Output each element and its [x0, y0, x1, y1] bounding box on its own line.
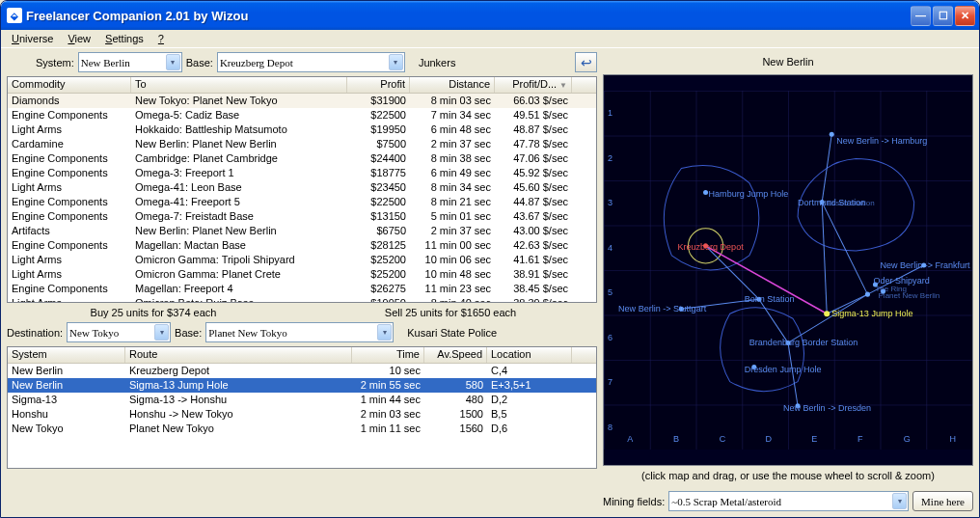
menu-view[interactable]: View	[61, 32, 97, 45]
chevron-down-icon: ▾	[892, 493, 907, 509]
svg-text:Essen Station: Essen Station	[827, 199, 875, 207]
col-to[interactable]: To	[131, 77, 347, 93]
back-button[interactable]: ↩	[575, 52, 597, 72]
table-row[interactable]: Engine ComponentsMagellan: Mactan Base$2…	[8, 238, 596, 253]
svg-point-23	[824, 311, 830, 316]
table-body[interactable]: New BerlinKreuzberg Depot10 secC,4New Be…	[8, 364, 596, 468]
dest-base-select[interactable]: Planet New Tokyo▾	[205, 322, 394, 342]
sort-desc-icon: ▼	[559, 81, 567, 90]
mine-here-button[interactable]: Mine here	[912, 491, 973, 511]
col-location[interactable]: Location	[487, 347, 572, 363]
table-header: System Route Time Av.Speed Location	[8, 347, 596, 364]
svg-text:3: 3	[608, 198, 612, 207]
table-row[interactable]: New BerlinKreuzberg Depot10 secC,4	[8, 364, 596, 378]
titlebar[interactable]: ⬙ Freelancer Companion 2.01 by Wizou — ☐…	[1, 1, 979, 30]
svg-text:H: H	[949, 434, 956, 444]
svg-text:New Berlin -> Stuttgart: New Berlin -> Stuttgart	[618, 304, 707, 314]
svg-text:G: G	[904, 434, 911, 444]
base-select[interactable]: Kreuzberg Depot▾	[217, 52, 405, 72]
dest-faction-label: Kusari State Police	[407, 327, 497, 339]
system-label: System:	[7, 57, 74, 68]
col-time[interactable]: Time	[352, 347, 424, 363]
col-distance[interactable]: Distance	[410, 77, 495, 93]
table-row[interactable]: Engine ComponentsCambridge: Planet Cambr…	[8, 151, 596, 166]
svg-text:New Berlin -> Hamburg: New Berlin -> Hamburg	[836, 136, 927, 146]
menubar: Universe View Settings ?	[1, 30, 979, 48]
sell-info: Sell 25 units for $1650 each	[304, 307, 597, 318]
svg-text:Kreuzberg Depot: Kreuzberg Depot	[677, 242, 744, 252]
svg-point-17	[865, 292, 870, 297]
table-row[interactable]: Engine ComponentsOmega-7: Freistadt Base…	[8, 209, 596, 224]
table-row[interactable]: Sigma-13Sigma-13 -> Honshu1 min 44 sec48…	[8, 393, 596, 407]
svg-text:4: 4	[608, 243, 612, 253]
table-body[interactable]: DiamondsNew Tokyo: Planet New Tokyo$3190…	[8, 94, 596, 302]
chevron-down-icon: ▾	[377, 324, 392, 341]
svg-text:E: E	[811, 434, 817, 444]
table-row[interactable]: Light ArmsOmega-41: Leon Base$234508 min…	[8, 180, 596, 195]
chevron-down-icon: ▾	[154, 324, 169, 341]
svg-point-24	[830, 132, 834, 137]
window-title: Freelancer Companion 2.01 by Wizou	[26, 9, 911, 23]
svg-text:2: 2	[608, 153, 612, 163]
svg-text:7: 7	[608, 377, 612, 387]
menu-universe[interactable]: Universe	[5, 32, 60, 45]
svg-text:6: 6	[608, 333, 612, 342]
col-commodity[interactable]: Commodity	[8, 77, 131, 93]
svg-text:Dresden Jump Hole: Dresden Jump Hole	[745, 365, 822, 374]
svg-text:Bonn Station: Bonn Station	[745, 294, 795, 304]
table-row[interactable]: HonshuHonshu -> New Tokyo2 min 03 sec150…	[8, 407, 596, 422]
maximize-button[interactable]: ☐	[933, 6, 953, 26]
svg-text:F: F	[858, 434, 863, 444]
map-svg[interactable]: Hamburg Jump Hole New Berlin -> Hamburg …	[604, 75, 972, 465]
svg-text:A: A	[627, 434, 633, 444]
map-title: New Berlin	[603, 52, 973, 72]
map-hint: (click map and drag, or use the mouse wh…	[603, 466, 973, 487]
base-label: Base:	[186, 57, 213, 68]
buy-info: Buy 25 units for $374 each	[7, 307, 300, 318]
table-row[interactable]: DiamondsNew Tokyo: Planet New Tokyo$3190…	[8, 94, 596, 108]
system-select[interactable]: New Berlin▾	[78, 52, 182, 72]
table-row[interactable]: Light ArmsHokkaido: Battleship Matsumoto…	[8, 123, 596, 137]
table-row[interactable]: Engine ComponentsOmega-5: Cadiz Base$225…	[8, 108, 596, 123]
svg-text:Hamburg Jump Hole: Hamburg Jump Hole	[709, 189, 789, 199]
svg-text:1: 1	[608, 108, 612, 118]
col-speed[interactable]: Av.Speed	[424, 347, 487, 363]
table-row[interactable]: Light ArmsOmicron Beta: Ruiz Base$199508…	[8, 296, 596, 302]
svg-text:D: D	[765, 434, 772, 444]
close-button[interactable]: ✕	[955, 6, 975, 26]
table-row[interactable]: Light ArmsOmicron Gamma: Planet Crete$25…	[8, 267, 596, 282]
destination-select[interactable]: New Tokyo▾	[67, 322, 171, 342]
col-system[interactable]: System	[8, 347, 125, 363]
svg-text:New Berlin -> Frankfurt: New Berlin -> Frankfurt	[881, 260, 971, 270]
svg-text:Planet New Berlin: Planet New Berlin	[878, 291, 939, 300]
chevron-down-icon: ▾	[389, 54, 403, 70]
svg-point-22	[703, 190, 708, 195]
minimize-button[interactable]: —	[911, 6, 931, 26]
system-map[interactable]: Hamburg Jump Hole New Berlin -> Hamburg …	[603, 74, 973, 466]
table-row[interactable]: CardamineNew Berlin: Planet New Berlin$7…	[8, 137, 596, 151]
table-row[interactable]: Engine ComponentsOmega-3: Freeport 1$187…	[8, 166, 596, 180]
svg-text:8: 8	[608, 423, 612, 432]
table-row[interactable]: New TokyoPlanet New Tokyo1 min 11 sec156…	[8, 422, 596, 436]
col-profit-distance[interactable]: Profit/D...▼	[495, 77, 572, 93]
table-row[interactable]: Engine ComponentsOmega-41: Freeport 5$22…	[8, 195, 596, 209]
table-row[interactable]: Light ArmsOmicron Gamma: Tripoli Shipyar…	[8, 253, 596, 267]
col-profit[interactable]: Profit	[347, 77, 410, 93]
route-table: System Route Time Av.Speed Location New …	[7, 346, 597, 469]
svg-text:B: B	[673, 434, 679, 444]
mining-label: Mining fields:	[603, 496, 665, 507]
menu-help[interactable]: ?	[151, 32, 171, 45]
chevron-down-icon: ▾	[166, 54, 180, 70]
svg-text:C: C	[720, 434, 726, 444]
table-row[interactable]: New BerlinSigma-13 Jump Hole2 min 55 sec…	[8, 378, 596, 393]
table-row[interactable]: ArtifactsNew Berlin: Planet New Berlin$6…	[8, 224, 596, 238]
svg-text:Sigma-13 Jump Hole: Sigma-13 Jump Hole	[831, 309, 912, 318]
commodities-table: Commodity To Profit Distance Profit/D...…	[7, 76, 597, 303]
col-route[interactable]: Route	[125, 347, 352, 363]
menu-settings[interactable]: Settings	[98, 32, 150, 45]
svg-text:Brandenburg Border Station: Brandenburg Border Station	[749, 338, 858, 347]
mining-select[interactable]: ~0.5 Scrap Metal/asteroid▾	[668, 491, 909, 511]
svg-text:New Berlin -> Dresden: New Berlin -> Dresden	[783, 403, 871, 413]
svg-text:5: 5	[608, 287, 612, 297]
table-row[interactable]: Engine ComponentsMagellan: Freeport 4$26…	[8, 282, 596, 296]
